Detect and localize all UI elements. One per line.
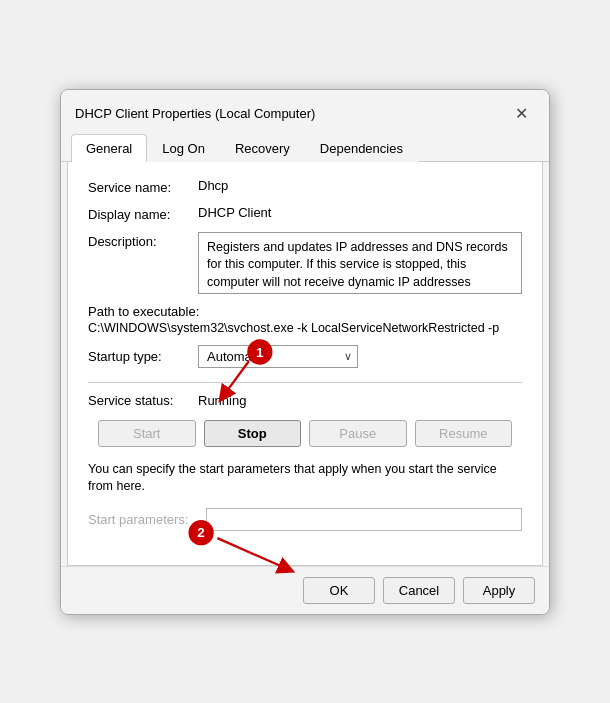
params-input[interactable] xyxy=(206,508,522,531)
display-name-label: Display name: xyxy=(88,205,198,222)
startup-select-wrapper[interactable]: Automatic Automatic (Delayed Start) Manu… xyxy=(198,345,358,368)
close-button[interactable]: ✕ xyxy=(507,100,535,128)
hint-text: You can specify the start parameters tha… xyxy=(88,461,522,496)
dialog-window: DHCP Client Properties (Local Computer) … xyxy=(60,89,550,615)
tab-general[interactable]: General xyxy=(71,134,147,162)
tab-recovery[interactable]: Recovery xyxy=(220,134,305,162)
description-row: Description: Registers and updates IP ad… xyxy=(88,232,522,294)
ok-button[interactable]: OK xyxy=(303,577,375,604)
resume-button[interactable]: Resume xyxy=(415,420,513,447)
display-name-value: DHCP Client xyxy=(198,205,271,220)
service-name-row: Service name: Dhcp xyxy=(88,178,522,195)
start-button[interactable]: Start xyxy=(98,420,196,447)
description-label: Description: xyxy=(88,232,198,249)
startup-row: Startup type: Automatic Automatic (Delay… xyxy=(88,345,522,368)
cancel-button[interactable]: Cancel xyxy=(383,577,455,604)
path-section: Path to executable: C:\WINDOWS\system32\… xyxy=(88,304,522,335)
window-title: DHCP Client Properties (Local Computer) xyxy=(75,106,315,121)
stop-button[interactable]: Stop xyxy=(204,420,302,447)
tab-dependencies[interactable]: Dependencies xyxy=(305,134,418,162)
service-name-label: Service name: xyxy=(88,178,198,195)
divider-1 xyxy=(88,382,522,383)
dialog-footer: OK Cancel Apply xyxy=(61,566,549,614)
display-name-row: Display name: DHCP Client xyxy=(88,205,522,222)
path-label: Path to executable: xyxy=(88,304,522,319)
pause-button[interactable]: Pause xyxy=(309,420,407,447)
service-buttons: Start Stop Pause Resume xyxy=(88,420,522,447)
path-value: C:\WINDOWS\system32\svchost.exe -k Local… xyxy=(88,321,522,335)
service-name-value: Dhcp xyxy=(198,178,228,193)
params-row: Start parameters: xyxy=(88,508,522,531)
startup-label: Startup type: xyxy=(88,349,198,364)
apply-button[interactable]: Apply xyxy=(463,577,535,604)
tab-content-general: Service name: Dhcp Display name: DHCP Cl… xyxy=(67,162,543,566)
tab-bar: General Log On Recovery Dependencies xyxy=(61,134,549,162)
description-value: Registers and updates IP addresses and D… xyxy=(198,232,522,294)
startup-select[interactable]: Automatic Automatic (Delayed Start) Manu… xyxy=(198,345,358,368)
params-label: Start parameters: xyxy=(88,512,198,527)
service-status-row: Service status: Running xyxy=(88,393,522,408)
status-label: Service status: xyxy=(88,393,198,408)
tab-logon[interactable]: Log On xyxy=(147,134,220,162)
status-value: Running xyxy=(198,393,246,408)
title-bar: DHCP Client Properties (Local Computer) … xyxy=(61,90,549,134)
